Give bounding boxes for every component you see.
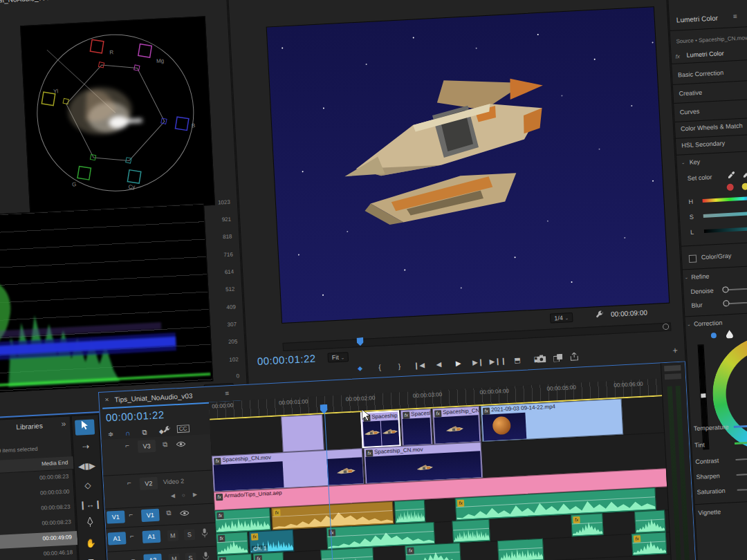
source-patch-v1[interactable]: V1 <box>107 510 125 523</box>
clip-v3-mp4[interactable]: fx 2021-09-03 09-14-22.mp4 <box>481 398 623 442</box>
clip-a3-5[interactable] <box>497 539 544 560</box>
lock-icon[interactable]: ⌐ <box>127 480 131 487</box>
eyedropper-icon[interactable] <box>727 171 735 179</box>
track-target-v3[interactable]: V3 <box>138 440 156 453</box>
selection-tool[interactable] <box>75 419 95 435</box>
wheel-luma-slider[interactable] <box>698 344 710 449</box>
playback-resolution-dropdown[interactable]: 1/4 ⌄ <box>550 312 573 324</box>
track-target-a2[interactable]: A2 <box>143 554 162 560</box>
snap-magnet-icon[interactable]: ∩ <box>120 429 135 437</box>
clip-a3-1[interactable]: fx <box>217 554 253 560</box>
clip-a2-1[interactable]: fx <box>216 532 249 555</box>
lumetri-source-label[interactable]: Source • Spaceship_CN.mov <box>676 35 747 44</box>
sharpen-slider[interactable] <box>736 471 747 476</box>
expand-panel-icon[interactable]: » <box>61 420 66 428</box>
lumetri-fx-label[interactable]: Lumetri Color <box>686 50 723 59</box>
settings-wrench-icon[interactable] <box>596 310 605 320</box>
saturation-slider[interactable] <box>737 486 747 491</box>
lift-icon[interactable]: ⬒ <box>509 356 526 364</box>
color-chip-red[interactable] <box>726 184 734 192</box>
lumetri-tab[interactable]: Lumetri Color <box>676 14 719 24</box>
mute-button-a2[interactable]: M <box>168 553 180 560</box>
ripple-edit-tool[interactable]: ◀▮▶ <box>77 458 97 474</box>
mic-icon[interactable] <box>201 528 208 538</box>
track-target-v1[interactable]: V1 <box>141 509 160 522</box>
play-icon[interactable]: ▶ <box>450 359 467 367</box>
lum-slider[interactable] <box>704 225 747 233</box>
track-target-a1[interactable]: A1 <box>142 530 161 543</box>
source-patch-a1[interactable]: A1 <box>108 532 127 545</box>
eye-icon[interactable] <box>180 510 189 516</box>
libraries-tab[interactable]: Libraries <box>16 422 43 431</box>
hand-tool[interactable]: ✋ <box>81 535 101 551</box>
export-icon[interactable] <box>570 353 579 362</box>
clip-v3-b[interactable]: fx Spaceship <box>400 409 433 446</box>
wheel-luma-handle[interactable] <box>701 393 706 398</box>
track-target-v2[interactable]: V2 <box>140 477 158 490</box>
clip-a2-5[interactable] <box>634 510 666 533</box>
lock-icon[interactable]: ⌐ <box>131 557 135 560</box>
type-tool[interactable]: T, <box>82 554 102 560</box>
go-to-in-icon[interactable]: ❙◀ <box>411 361 428 369</box>
color-chip-yellow[interactable] <box>741 183 747 190</box>
sync-lock-icon[interactable]: ⧉ <box>163 441 168 448</box>
clip-a3-2[interactable]: fx <box>252 552 284 560</box>
media-end-header[interactable]: Media End <box>42 459 68 467</box>
lock-icon[interactable]: ⌐ <box>125 442 129 449</box>
eye-icon[interactable] <box>176 441 185 448</box>
linked-selection-icon[interactable]: ⧉ <box>138 428 152 437</box>
clip-a3-4[interactable]: fx <box>405 543 461 560</box>
clip-v2-b[interactable]: fx Spaceship_CN.mov <box>364 442 483 484</box>
clip-v3-plain[interactable] <box>281 414 324 452</box>
track-select-tool[interactable]: ⇢ <box>75 438 95 454</box>
vignette-label[interactable]: Vignette <box>698 508 721 516</box>
blur-knob[interactable] <box>723 300 729 306</box>
timeline-wrench-icon[interactable] <box>163 426 172 435</box>
slip-tool[interactable]: ❙↔❙ <box>79 496 99 512</box>
timeline-settings-icon[interactable]: ≑ <box>104 430 118 438</box>
mic-icon[interactable] <box>203 552 209 560</box>
program-playhead[interactable] <box>356 337 364 346</box>
lock-icon[interactable]: ⌐ <box>129 512 133 519</box>
razor-tool[interactable]: ◇ <box>77 477 98 493</box>
program-viewport[interactable] <box>266 6 670 324</box>
marker-icon[interactable]: ⬥ <box>351 364 369 373</box>
panel-menu-icon[interactable]: ≡ <box>225 390 229 397</box>
program-timecode[interactable]: 00:00:01:22 <box>257 353 316 367</box>
hue-slider[interactable] <box>703 195 747 203</box>
mark-in-icon[interactable]: { <box>371 363 389 371</box>
section-creative[interactable]: Creative <box>679 89 702 97</box>
clip-a1-2[interactable] <box>394 500 426 524</box>
color-gray-checkbox[interactable] <box>689 255 697 263</box>
program-scrub-bar[interactable] <box>283 323 672 351</box>
sat-slider[interactable] <box>703 210 747 218</box>
denoise-knob[interactable] <box>722 286 728 292</box>
zoom-level-dropdown[interactable]: Fit ⌄ <box>327 352 349 363</box>
add-panel-button[interactable]: + <box>672 346 678 355</box>
lock-icon[interactable]: ⌐ <box>130 533 134 540</box>
keyframe-add-icon[interactable]: ○ <box>182 492 185 498</box>
export-frame-icon[interactable] <box>537 355 546 363</box>
correction-blue-dot[interactable] <box>711 333 717 338</box>
color-wheel[interactable] <box>710 333 747 455</box>
media-row[interactable]: 00:00:46:18 <box>0 546 79 560</box>
clip-a3-6[interactable]: fx <box>631 532 667 556</box>
key-collapse-icon[interactable]: ⌄ <box>681 160 685 165</box>
clip-a2-4[interactable]: fx <box>571 513 604 536</box>
scopes-tab[interactable]: ixer: Tips_Uniat_NoAudio_v03 <box>0 0 50 6</box>
keyframe-prev-icon[interactable]: ◀ <box>171 492 176 498</box>
contrast-slider[interactable] <box>735 456 747 460</box>
step-back-icon[interactable]: ◀ <box>430 360 448 368</box>
mark-out-icon[interactable]: } <box>391 362 408 371</box>
timeline-timecode[interactable]: 00:00:01:22 <box>105 409 165 423</box>
section-curves[interactable]: Curves <box>680 108 700 115</box>
section-hsl-secondary[interactable]: HSL Secondary <box>681 140 725 149</box>
clip-a3-3[interactable] <box>320 548 374 560</box>
captions-icon[interactable]: CC <box>177 424 190 433</box>
refine-collapse-icon[interactable]: ⌄ <box>684 274 688 280</box>
go-to-out-icon[interactable]: ▶❙❙ <box>489 357 506 365</box>
close-icon[interactable]: × <box>104 396 109 403</box>
solo-button-a1[interactable]: S <box>184 529 196 541</box>
sync-lock-icon[interactable]: ⧉ <box>166 510 172 516</box>
section-basic-correction[interactable]: Basic Correction <box>678 69 723 78</box>
